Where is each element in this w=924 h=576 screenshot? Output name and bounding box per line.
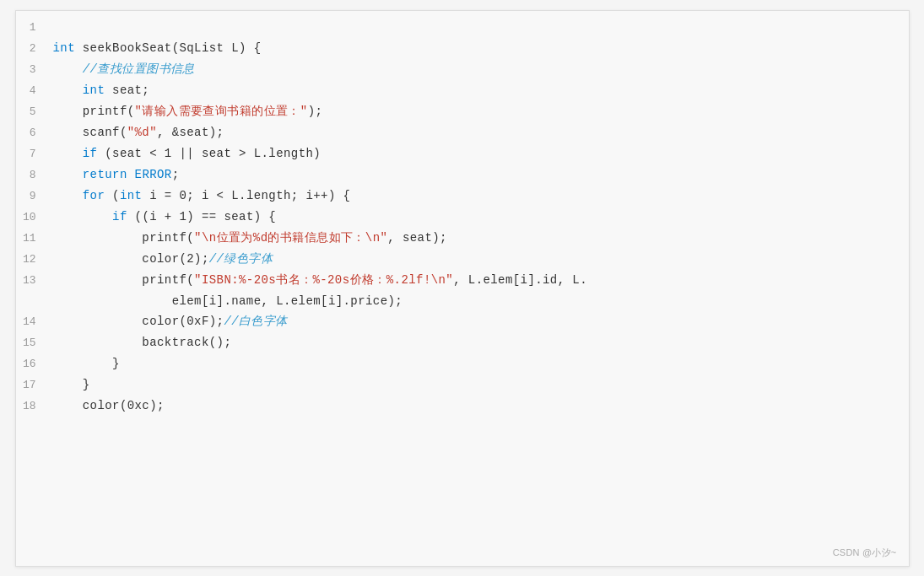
table-row: 3 //查找位置图书信息: [16, 59, 909, 80]
line-content: //查找位置图书信息: [46, 60, 195, 78]
table-row: 9 for (int i = 0; i < L.length; i++) {: [16, 186, 909, 207]
table-row: 5 printf("请输入需要查询书籍的位置：");: [16, 101, 909, 122]
line-content: color(0xc);: [46, 396, 165, 415]
line-number: 3: [16, 61, 46, 79]
line-number: 11: [16, 229, 46, 248]
line-number: 9: [16, 187, 46, 206]
line-content: printf("请输入需要查询书籍的位置：");: [46, 102, 323, 121]
table-row: 4 int seat;: [16, 80, 909, 101]
table-row: 1: [16, 18, 909, 38]
line-content: }: [46, 375, 90, 394]
line-number: 13: [16, 272, 46, 290]
line-number: 17: [16, 376, 46, 395]
line-content: color(2);//绿色字体: [46, 250, 273, 268]
line-content: printf("\n位置为%d的书籍信息如下：\n", seat);: [46, 229, 447, 247]
line-content: backtrack();: [46, 333, 232, 352]
line-number: 12: [16, 250, 46, 269]
table-row: 7 if (seat < 1 || seat > L.length): [16, 143, 909, 164]
line-content: elem[i].name, L.elem[i].price);: [46, 292, 403, 310]
table-row: 12 color(2);//绿色字体: [16, 249, 909, 270]
table-row: 14 color(0xF);//白色字体: [16, 311, 909, 332]
table-row: 11 printf("\n位置为%d的书籍信息如下：\n", seat);: [16, 228, 909, 249]
code-container: 12int seekBookSeat(SqList L) {3 //查找位置图书…: [15, 10, 910, 567]
table-row: 13 printf("ISBN:%-20s书名：%-20s价格：%.2lf!\n…: [16, 270, 909, 291]
line-content: printf("ISBN:%-20s书名：%-20s价格：%.2lf!\n", …: [46, 271, 587, 289]
table-row: 15 backtrack();: [16, 332, 909, 353]
table-row: 2int seekBookSeat(SqList L) {: [16, 38, 909, 59]
line-content: color(0xF);//白色字体: [46, 312, 288, 331]
line-number: 16: [16, 355, 46, 374]
table-row: 8 return ERROR;: [16, 164, 909, 186]
line-number: 1: [16, 19, 46, 37]
line-number: 8: [16, 166, 46, 185]
line-content: int seat;: [46, 81, 150, 100]
table-row: 16 }: [16, 353, 909, 374]
line-number: 10: [16, 208, 46, 227]
line-content: for (int i = 0; i < L.length; i++) {: [46, 186, 351, 205]
line-number: 14: [16, 313, 46, 331]
line-number: 2: [16, 40, 46, 58]
line-content: if (seat < 1 || seat > L.length): [46, 144, 322, 163]
line-number: 7: [16, 145, 46, 164]
line-number: 5: [16, 103, 46, 121]
line-content: }: [46, 354, 120, 373]
table-row: 18 color(0xc);: [16, 396, 909, 417]
line-number: 18: [16, 397, 46, 416]
line-content: return ERROR;: [46, 165, 180, 184]
line-content: if ((i + 1) == seat) {: [46, 207, 277, 226]
line-content: int seekBookSeat(SqList L) {: [46, 39, 262, 57]
line-content: scanf("%d", &seat);: [46, 123, 224, 142]
table-row: elem[i].name, L.elem[i].price);: [16, 291, 909, 311]
line-number: 15: [16, 334, 46, 353]
table-row: 6 scanf("%d", &seat);: [16, 122, 909, 143]
table-row: 17 }: [16, 374, 909, 396]
line-number: 4: [16, 82, 46, 100]
line-number: 6: [16, 124, 46, 143]
watermark: CSDN @小汐~: [833, 546, 897, 559]
table-row: 10 if ((i + 1) == seat) {: [16, 207, 909, 228]
